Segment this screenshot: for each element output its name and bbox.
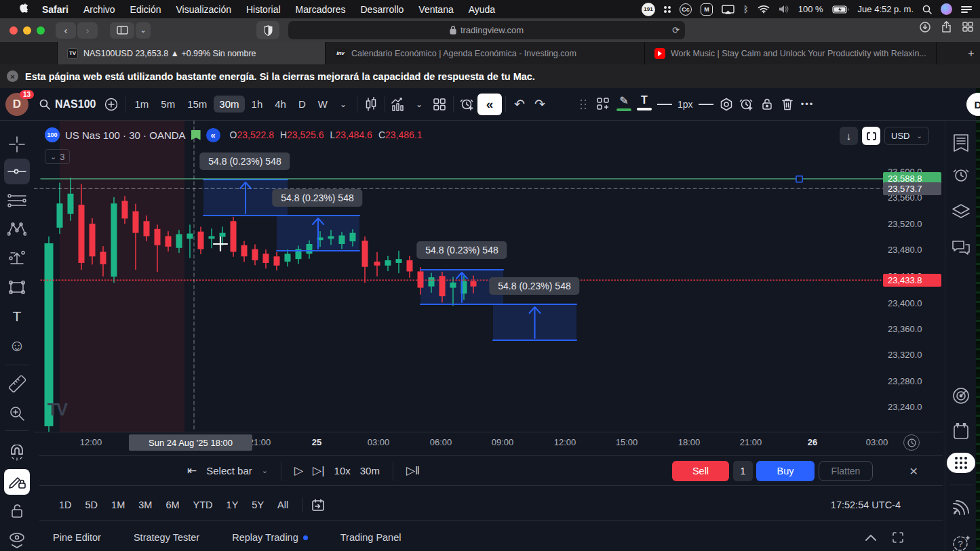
range-1y[interactable]: 1Y — [220, 496, 245, 514]
menu-item-ventana[interactable]: Ventana — [411, 4, 460, 15]
minimize-window-button[interactable] — [23, 26, 31, 35]
menu-item-visualización[interactable]: Visualización — [169, 4, 239, 15]
spotlight-search-icon[interactable] — [922, 5, 932, 14]
jump-to-end-button[interactable]: ▷‖ — [406, 464, 420, 478]
drawing-mode-lock-button[interactable] — [4, 469, 30, 495]
measure-label[interactable]: 54.8 (0.23%) 548 — [489, 277, 579, 295]
panel-replay-trading[interactable]: Replay Trading — [216, 532, 324, 543]
range-ytd[interactable]: YTD — [187, 496, 219, 514]
streams-icon[interactable] — [948, 495, 974, 521]
scroll-down-button[interactable]: ↓ — [840, 127, 858, 145]
privacy-shield-icon[interactable] — [256, 21, 279, 39]
menubar-clock[interactable]: Jue 4:52 p. m. — [858, 4, 914, 14]
currency-dropdown[interactable]: USD ⌄ — [884, 127, 929, 145]
measure-tool[interactable] — [4, 371, 30, 397]
object-tree-icon[interactable] — [948, 199, 974, 224]
symbol-search[interactable]: NAS100 — [34, 98, 101, 110]
reset-chart-button[interactable] — [862, 127, 880, 145]
undo-icon[interactable]: ↶ — [509, 94, 530, 115]
menu-item-ayuda[interactable]: Ayuda — [461, 4, 503, 15]
screen-mirroring-icon[interactable] — [722, 5, 734, 14]
user-avatar[interactable]: D13 — [5, 93, 28, 116]
range-6m[interactable]: 6M — [159, 496, 185, 514]
menu-item-marcadores[interactable]: Marcadores — [288, 4, 353, 15]
legend-collapse-button[interactable]: ⌄ 3 — [45, 149, 70, 164]
timezone-clock-icon[interactable] — [903, 434, 920, 451]
rectangle-tool[interactable] — [4, 274, 30, 300]
session-clock[interactable]: 17:52:54 UTC-4 — [831, 499, 901, 510]
more-options-icon[interactable]: ••• — [798, 94, 818, 115]
replay-speed[interactable]: 10x — [334, 465, 351, 476]
menu-item-archivo[interactable]: Archivo — [76, 4, 123, 15]
sidebar-chevron-button[interactable]: ⌄ — [136, 22, 151, 39]
apps-grid-button[interactable] — [947, 453, 975, 473]
timeframe-30m[interactable]: 30m — [214, 96, 244, 113]
trend-line-tool[interactable] — [4, 159, 30, 184]
indicators-chevron-icon[interactable]: ⌄ — [409, 94, 429, 115]
control-center-icon[interactable] — [961, 5, 972, 14]
menu-item-safari[interactable]: Safari — [35, 4, 76, 15]
app-badge-icon[interactable]: 191 — [642, 3, 655, 16]
measure-label[interactable]: 54.8 (0.23%) 548 — [199, 152, 290, 170]
zoom-window-button[interactable] — [37, 26, 45, 35]
timeframe-chevron-icon[interactable]: ⌄ — [333, 94, 353, 115]
creative-cloud-icon[interactable]: Cc — [680, 3, 692, 16]
timeframe-4h[interactable]: 4h — [269, 96, 292, 113]
remove-drawings-icon[interactable] — [777, 94, 798, 115]
magnet-tool[interactable] — [4, 441, 30, 466]
fib-retracement-tool[interactable] — [4, 188, 30, 213]
downloads-icon[interactable] — [920, 22, 930, 33]
buy-button[interactable]: Buy — [756, 461, 815, 481]
apple-logo-icon[interactable] — [19, 3, 29, 15]
time-axis[interactable]: 12:0021:002503:0006:0009:0012:0015:0018:… — [34, 432, 943, 452]
replay-interval[interactable]: 30m — [360, 465, 380, 476]
bluetooth-icon[interactable]: ᛒ — [743, 4, 749, 14]
range-5y[interactable]: 5Y — [246, 496, 270, 514]
volume-icon[interactable] — [779, 5, 789, 14]
watchlist-icon[interactable] — [948, 130, 974, 156]
panel-trading-panel[interactable]: Trading Panel — [324, 532, 418, 543]
bar-replay-button[interactable]: « — [477, 94, 502, 115]
emoji-tool[interactable]: ☺ — [4, 333, 30, 359]
close-replay-button[interactable]: × — [909, 463, 918, 479]
timeframe-5m[interactable]: 5m — [155, 96, 180, 113]
template-grid-add-icon[interactable] — [593, 94, 614, 115]
alert-add-icon[interactable] — [457, 94, 477, 115]
range-3m[interactable]: 3M — [132, 496, 158, 514]
address-bar[interactable]: tradingview.com ⟳ — [288, 21, 685, 39]
lock-drawings-icon[interactable] — [757, 94, 777, 115]
menu-item-edición[interactable]: Edición — [123, 4, 169, 15]
forward-button[interactable]: › — [77, 22, 98, 39]
timeframe-D[interactable]: D — [293, 96, 311, 113]
chart-type-icon[interactable] — [361, 94, 381, 115]
browser-tab-2[interactable]: InvCalendario Económico | Agenda Económi… — [326, 42, 645, 64]
panel-strategy-tester[interactable]: Strategy Tester — [117, 532, 216, 543]
text-color-tool[interactable]: T — [634, 94, 654, 115]
drawing-color-tool[interactable]: ✎ — [614, 94, 634, 115]
help-icon[interactable]: ? — [948, 530, 974, 551]
sell-button[interactable]: Sell — [672, 461, 729, 481]
redo-icon[interactable]: ↷ — [530, 94, 550, 115]
layout-grid-icon[interactable] — [429, 94, 450, 115]
select-bar-chevron[interactable]: ⌄ — [262, 466, 268, 475]
legend-title[interactable]: US Nas 100 · 30 · OANDA — [65, 129, 186, 141]
panel-pine-editor[interactable]: Pine Editor — [39, 532, 117, 543]
flatten-button[interactable]: Flatten — [819, 461, 873, 481]
line-style-icon[interactable] — [654, 94, 675, 115]
menu-item-historial[interactable]: Historial — [239, 4, 288, 15]
close-window-button[interactable] — [9, 26, 18, 35]
alerts-icon[interactable] — [948, 163, 974, 188]
fullscreen-icon[interactable] — [893, 532, 903, 543]
measure-label[interactable]: 54.8 (0.23%) 548 — [272, 189, 362, 207]
line-style2-icon[interactable] — [696, 94, 716, 115]
quantity-field[interactable]: 1 — [733, 461, 753, 481]
compare-add-button[interactable] — [101, 94, 121, 115]
toolbar-drag-handle[interactable] — [573, 94, 593, 115]
new-tab-button[interactable]: + — [962, 42, 980, 64]
browser-tab-1[interactable]: TVNAS100USD 23,653.8 ▲ +0.99% Sin nombre — [58, 42, 326, 64]
chat-icon[interactable] — [948, 235, 974, 261]
range-1d[interactable]: 1D — [53, 496, 78, 514]
zoom-in-tool[interactable] — [4, 401, 30, 426]
step-forward-button[interactable]: ▷| — [313, 464, 325, 478]
timeframe-W[interactable]: W — [313, 96, 333, 113]
